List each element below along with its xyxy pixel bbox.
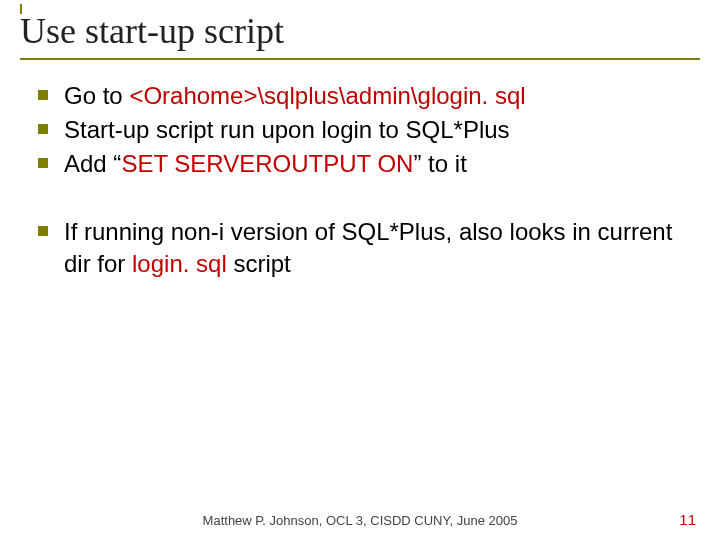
bullet-text: Go to bbox=[64, 82, 129, 109]
bullet-highlight: login. sql bbox=[132, 250, 227, 277]
bullet-highlight: <Orahome>\sqlplus\admin\glogin. sql bbox=[129, 82, 525, 109]
list-item: If running non-i version of SQL*Plus, al… bbox=[34, 216, 686, 280]
page-number: 11 bbox=[679, 511, 696, 528]
bullet-list-2: If running non-i version of SQL*Plus, al… bbox=[34, 216, 686, 280]
bullet-highlight: SET SERVEROUTPUT ON bbox=[121, 150, 413, 177]
bullet-text: script bbox=[227, 250, 291, 277]
slide-body: Go to <Orahome>\sqlplus\admin\glogin. sq… bbox=[34, 80, 686, 282]
list-item: Go to <Orahome>\sqlplus\admin\glogin. sq… bbox=[34, 80, 686, 112]
list-item: Add “SET SERVEROUTPUT ON” to it bbox=[34, 148, 686, 180]
list-item: Start-up script run upon login to SQL*Pl… bbox=[34, 114, 686, 146]
page-title: Use start-up script bbox=[20, 10, 700, 52]
title-underline: Use start-up script bbox=[20, 10, 700, 60]
bullet-text: Add “ bbox=[64, 150, 121, 177]
title-tick bbox=[20, 4, 22, 14]
bullet-list-1: Go to <Orahome>\sqlplus\admin\glogin. sq… bbox=[34, 80, 686, 180]
spacer bbox=[34, 182, 686, 216]
bullet-text: Start-up script run upon login to SQL*Pl… bbox=[64, 116, 510, 143]
slide: Use start-up script Go to <Orahome>\sqlp… bbox=[0, 0, 720, 540]
bullet-text: ” to it bbox=[413, 150, 466, 177]
footer-text: Matthew P. Johnson, OCL 3, CISDD CUNY, J… bbox=[0, 513, 720, 528]
